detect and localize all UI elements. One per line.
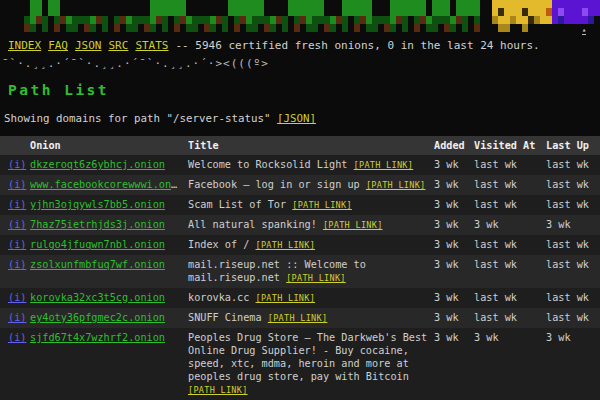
title-cell: Welcome to Rocksolid Light [PATH LINK] (188, 155, 434, 175)
onion-cell: ey4oty36pfgmec2c.onion (30, 308, 188, 328)
visited-at-cell: last wk (474, 235, 546, 255)
header-ascii-art (0, 0, 600, 32)
info-link[interactable]: (i) (8, 219, 26, 230)
title-cell: All natural spanking! [PATH LINK] (188, 215, 434, 235)
onion-cell: rulgo4jfuqwn7nbl.onion (30, 235, 188, 255)
onion-cell: dkzeroqt6z6ybhcj.onion (30, 155, 188, 175)
title-cell: Peoples Drug Store – The Darkweb's Best … (188, 328, 434, 400)
onion-link[interactable]: 7haz75ietrhjds3j.onion (30, 219, 165, 230)
title-text: korovka.cc (188, 292, 249, 303)
info-cell: (i) (0, 175, 30, 195)
path-link[interactable]: [PATH LINK] (286, 273, 346, 283)
visited-at-cell: last wk (474, 195, 546, 215)
visited-at-cell: 3 wk (474, 328, 546, 400)
onion-link[interactable]: zsolxunfmbfuq7wf.onion (30, 259, 165, 270)
last-up-cell: last wk (546, 255, 600, 288)
last-up-cell: last wk (546, 155, 600, 175)
table-row: (i)7haz75ietrhjds3j.onionAll natural spa… (0, 215, 600, 235)
onion-cell: yjhn3ojqywls7bb5.onion (30, 195, 188, 215)
subheading: Showing domains for path "/server-status… (4, 112, 600, 125)
visited-at-cell: last wk (474, 308, 546, 328)
fish-ascii-line: ¯`·.¸¸.·´¯`·.¸¸.·´¯`·.¸¸.·´·><(((º> (2, 57, 600, 70)
path-link[interactable]: [PATH LINK] (255, 240, 315, 250)
onion-count-status: -- 5946 certified fresh onions, 0 in the… (176, 39, 540, 52)
path-link[interactable]: [PATH LINK] (255, 293, 315, 303)
col-header-last-up: Last Up (546, 136, 600, 155)
onion-link[interactable]: sjfd67t4x7wzhrf2.onion (30, 332, 165, 343)
info-cell: (i) (0, 255, 30, 288)
onion-link[interactable]: rulgo4jfuqwn7nbl.onion (30, 239, 165, 250)
col-header-added: Added (434, 136, 474, 155)
onion-link[interactable]: www.facebookcorewwwi.onion (30, 179, 188, 190)
nav-link-src[interactable]: SRC (109, 39, 129, 52)
added-cell: 3 wk (434, 215, 474, 235)
info-link[interactable]: (i) (8, 199, 26, 210)
onion-link[interactable]: yjhn3ojqywls7bb5.onion (30, 199, 165, 210)
info-link[interactable]: (i) (8, 239, 26, 250)
title-text: SNUFF Cinema (188, 312, 262, 323)
added-cell: 3 wk (434, 195, 474, 215)
title-cell: Index of / [PATH LINK] (188, 235, 434, 255)
nav-link-json[interactable]: JSON (75, 39, 102, 52)
title-cell: Scam List of Tor [PATH LINK] (188, 195, 434, 215)
info-cell: (i) (0, 308, 30, 328)
table-body: (i)dkzeroqt6z6ybhcj.onionWelcome to Rock… (0, 155, 600, 400)
col-header-title: Title (188, 136, 434, 155)
title-text: All natural spanking! (188, 219, 317, 230)
path-list-table: Onion Title Added Visited At Last Up (i)… (0, 136, 600, 400)
art-row (0, 16, 600, 24)
visited-at-cell: last wk (474, 155, 546, 175)
table-row: (i)sjfd67t4x7wzhrf2.onionPeoples Drug St… (0, 328, 600, 400)
title-text: Facebook – log in or sign up (188, 179, 360, 190)
visited-at-cell: last wk (474, 175, 546, 195)
art-row (0, 24, 600, 32)
added-cell: 3 wk (434, 175, 474, 195)
title-text: Peoples Drug Store – The Darkweb's Best … (188, 332, 427, 382)
path-link[interactable]: [PATH LINK] (366, 180, 426, 190)
info-link[interactable]: (i) (8, 259, 26, 270)
visited-at-cell: last wk (474, 255, 546, 288)
added-cell: 3 wk (434, 255, 474, 288)
info-link[interactable]: (i) (8, 159, 26, 170)
path-link[interactable]: [PATH LINK] (323, 220, 383, 230)
onion-link[interactable]: dkzeroqt6z6ybhcj.onion (30, 159, 165, 170)
info-link[interactable]: (i) (8, 292, 26, 303)
col-header-onion: Onion (30, 136, 188, 155)
nav-link-faq[interactable]: FAQ (48, 39, 68, 52)
col-header-info (0, 136, 30, 155)
last-up-cell: 3 wk (546, 328, 600, 400)
nav-link-stats[interactable]: STATS (135, 39, 168, 52)
art-row (0, 0, 600, 8)
title-text: Index of / (188, 239, 249, 250)
info-link[interactable]: (i) (8, 179, 26, 190)
nav-bar: INDEXFAQJSONSRCSTATS-- 5946 certified fr… (8, 39, 600, 52)
path-link[interactable]: [PATH LINK] (292, 200, 352, 210)
onion-link[interactable]: korovka32xc3t5cg.onion (30, 292, 165, 303)
json-export-link[interactable]: [JSON] (277, 112, 316, 125)
added-cell: 3 wk (434, 155, 474, 175)
info-cell: (i) (0, 328, 30, 400)
onion-cell: korovka32xc3t5cg.onion (30, 288, 188, 308)
info-cell: (i) (0, 288, 30, 308)
info-cell: (i) (0, 195, 30, 215)
last-up-cell: last wk (546, 235, 600, 255)
nav-link-index[interactable]: INDEX (8, 39, 41, 52)
onion-link[interactable]: ey4oty36pfgmec2c.onion (30, 312, 165, 323)
last-up-cell: last wk (546, 288, 600, 308)
table-row: (i)www.facebookcorewwwi.onionFacebook – … (0, 175, 600, 195)
added-cell: 3 wk (434, 288, 474, 308)
table-row: (i)rulgo4jfuqwn7nbl.onionIndex of / [PAT… (0, 235, 600, 255)
info-link[interactable]: (i) (8, 332, 26, 343)
path-link[interactable]: [PATH LINK] (188, 385, 248, 395)
table-row: (i)zsolxunfmbfuq7wf.onionmail.riseup.net… (0, 255, 600, 288)
last-up-cell: last wk (546, 195, 600, 215)
path-link[interactable]: [PATH LINK] (268, 313, 328, 323)
info-link[interactable]: (i) (8, 312, 26, 323)
art-row (0, 8, 600, 16)
last-up-cell: last wk (546, 175, 600, 195)
added-cell: 3 wk (434, 235, 474, 255)
table-row: (i)dkzeroqt6z6ybhcj.onionWelcome to Rock… (0, 155, 600, 175)
table-row: (i)ey4oty36pfgmec2c.onionSNUFF Cinema [P… (0, 308, 600, 328)
info-cell: (i) (0, 155, 30, 175)
path-link[interactable]: [PATH LINK] (354, 160, 414, 170)
